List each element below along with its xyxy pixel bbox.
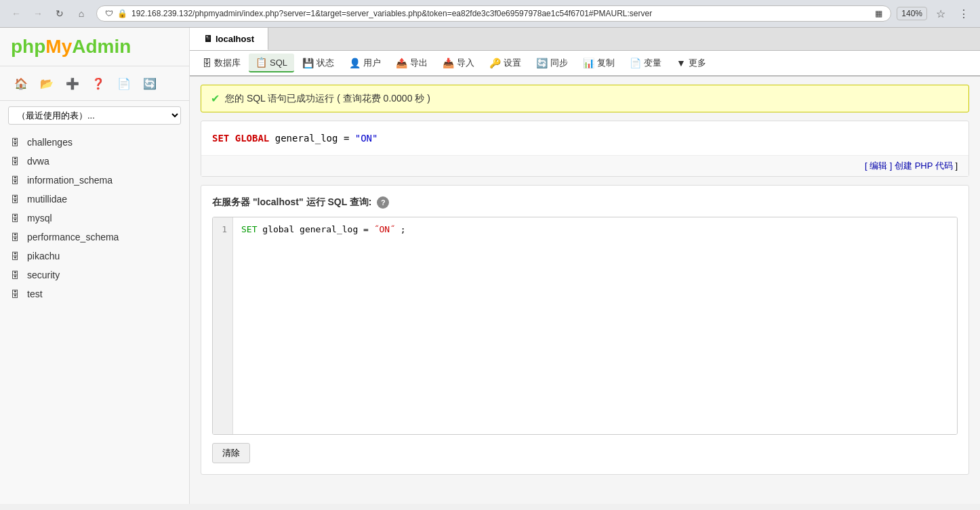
help-icon[interactable]: ? [377, 196, 389, 209]
db-item-performance-schema[interactable]: performance_schema [0, 228, 189, 247]
db-name: mysql [27, 213, 52, 224]
sidebar-refresh-button[interactable]: 🔄 [140, 73, 160, 93]
toolbar-database[interactable]: 🗄 数据库 [195, 54, 247, 72]
menu-button[interactable]: ⋮ [954, 4, 973, 23]
qr-icon: ▦ [875, 9, 882, 18]
back-button[interactable]: ← [7, 4, 26, 23]
query-section: 在服务器 "localhost" 运行 SQL 查询: ? 1 SET gl [201, 185, 969, 475]
logo: phpMyAdmin [0, 28, 189, 66]
tab-label: localhost [216, 34, 254, 44]
toolbar-sql-label: SQL [270, 58, 287, 68]
query-title-text: 在服务器 "localhost" 运行 SQL 查询: [212, 196, 371, 209]
code-semicolon: ; [401, 224, 406, 234]
toolbar: 🗄 数据库 📋 SQL 💾 状态 👤 用户 📤 导出 📥 导入 [190, 51, 980, 77]
tab-bar: 🖥 localhost [190, 28, 980, 51]
code-string: ˝ON˝ [374, 224, 395, 234]
query-title: 在服务器 "localhost" 运行 SQL 查询: ? [212, 196, 958, 209]
php-code-link[interactable]: 创建 PHP 代码 [895, 161, 953, 171]
home-button[interactable]: ⌂ [72, 4, 91, 23]
edit-link[interactable]: [ 编辑 ] [865, 161, 892, 171]
toolbar-sync-label: 同步 [550, 57, 568, 69]
bookmark-button[interactable]: ☆ [931, 4, 950, 23]
toolbar-status[interactable]: 💾 状态 [295, 54, 341, 72]
forward-button[interactable]: → [28, 4, 47, 23]
toolbar-settings-label: 设置 [504, 57, 521, 69]
toolbar-settings[interactable]: 🔑 设置 [483, 54, 528, 72]
tab-localhost[interactable]: 🖥 localhost [190, 28, 268, 50]
code-op: = [363, 224, 374, 234]
toolbar-export-label: 导出 [410, 57, 428, 69]
db-item-mutillidae[interactable]: mutillidae [0, 190, 189, 209]
code-line-1: SET global general_log = ˝ON˝ ; [241, 223, 949, 237]
logo-php: php [11, 36, 45, 57]
db-name: security [27, 270, 60, 280]
code-space1: global [262, 224, 300, 234]
database-icon: 🗄 [202, 58, 211, 68]
success-text: 您的 SQL 语句已成功运行 ( 查询花费 0.0000 秒 ) [225, 93, 430, 105]
code-area[interactable]: SET global general_log = ˝ON˝ ; [233, 217, 957, 434]
db-name: information_schema [27, 175, 113, 186]
tab-server-icon: 🖥 [203, 33, 213, 44]
code-keyword-set: SET [241, 224, 257, 234]
sidebar-arrow-button[interactable]: 📂 [37, 73, 57, 93]
sync-icon: 🔄 [536, 58, 548, 68]
browser-actions: 140% ☆ ⋮ [897, 4, 973, 23]
logo-admin: Admin [72, 36, 131, 57]
toolbar-replicate[interactable]: 📊 复制 [576, 54, 621, 72]
more-icon: ▼ [676, 58, 686, 68]
toolbar-sync[interactable]: 🔄 同步 [529, 54, 575, 72]
db-item-challenges[interactable]: challenges [0, 133, 189, 152]
db-name: pikachu [27, 251, 60, 261]
logo-my: My [45, 36, 72, 57]
db-item-pikachu[interactable]: pikachu [0, 247, 189, 265]
db-icon [11, 251, 22, 261]
sidebar-add-button[interactable]: ➕ [62, 73, 83, 93]
db-item-test[interactable]: test [0, 284, 189, 303]
db-icon [11, 270, 22, 280]
sql-result-content: SET GLOBAL general_log = "ON" [201, 121, 968, 155]
toolbar-import-label: 导入 [457, 57, 474, 69]
zoom-level: 140% [897, 7, 927, 20]
db-name: test [27, 289, 43, 299]
toolbar-replicate-label: 复制 [597, 57, 615, 69]
toolbar-sql[interactable]: 📋 SQL [249, 54, 294, 72]
variables-icon: 📄 [630, 58, 641, 68]
url-text: 192.168.239.132/phpmyadmin/index.php?ser… [131, 9, 871, 18]
db-item-security[interactable]: security [0, 265, 189, 284]
toolbar-more[interactable]: ▼ 更多 [670, 54, 713, 72]
toolbar-variables[interactable]: 📄 变量 [623, 54, 668, 72]
query-editor: 1 SET global general_log = ˝ON˝ ; [213, 217, 957, 434]
toolbar-user[interactable]: 👤 用户 [342, 54, 388, 72]
sql-equals: = [344, 133, 349, 144]
toolbar-database-label: 数据库 [214, 57, 241, 69]
recent-tables-dropdown[interactable]: （最近使用的表）... [8, 106, 181, 125]
replicate-icon: 📊 [583, 58, 594, 68]
sidebar-home-button[interactable]: 🏠 [11, 73, 31, 93]
db-item-mysql[interactable]: mysql [0, 209, 189, 228]
settings-icon: 🔑 [489, 58, 501, 68]
address-bar[interactable]: 🛡 🔒 192.168.239.132/phpmyadmin/index.php… [96, 5, 891, 22]
sidebar: phpMyAdmin 🏠 📂 ➕ ❓ 📄 🔄 （最近使用的表）... chall… [0, 28, 190, 504]
reload-button[interactable]: ↻ [50, 4, 69, 23]
success-checkmark-icon: ✔ [211, 92, 220, 105]
sidebar-help-button[interactable]: ❓ [88, 73, 108, 93]
logo-text: phpMyAdmin [11, 36, 131, 57]
db-item-dvwa[interactable]: dvwa [0, 152, 189, 171]
sidebar-copy-button[interactable]: 📄 [114, 73, 134, 93]
toolbar-import[interactable]: 📥 导入 [436, 54, 481, 72]
sql-field: general_log [275, 133, 344, 144]
db-item-information-schema[interactable]: information_schema [0, 171, 189, 190]
main-content: ✔ 您的 SQL 语句已成功运行 ( 查询花费 0.0000 秒 ) SET G… [190, 77, 980, 504]
db-name: dvwa [27, 156, 49, 167]
sql-keyword-set-global: SET GLOBAL [212, 133, 269, 144]
toolbar-export[interactable]: 📤 导出 [389, 54, 434, 72]
toolbar-more-label: 更多 [689, 57, 706, 69]
sql-actions-close: ] [955, 161, 958, 171]
sql-icon: 📋 [256, 57, 267, 68]
toolbar-variables-label: 变量 [644, 57, 661, 69]
db-icon [11, 156, 22, 167]
code-field: general_log [300, 224, 358, 234]
clear-button[interactable]: 清除 [212, 443, 250, 463]
toolbar-user-label: 用户 [363, 57, 381, 69]
nav-buttons: ← → ↻ ⌂ [7, 4, 91, 23]
